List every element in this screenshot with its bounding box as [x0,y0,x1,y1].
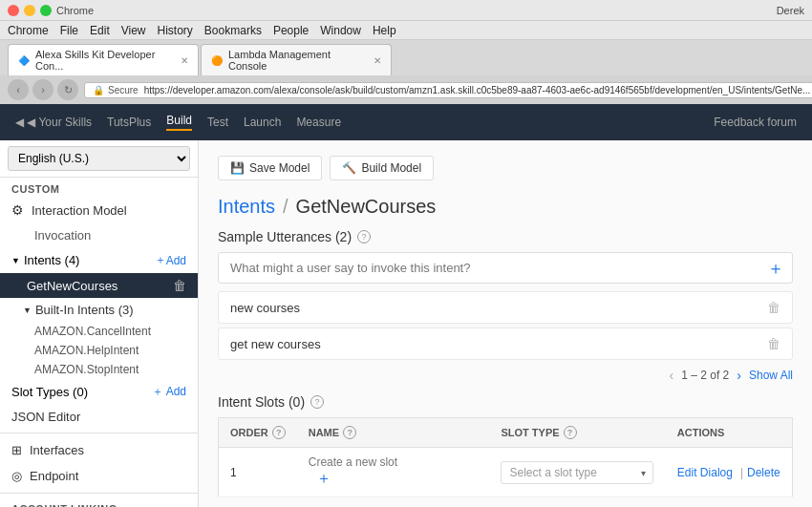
sidebar-item-get-new-courses[interactable]: GetNewCourses 🗑 [0,273,198,298]
intents-label: Intents (4) [24,253,80,267]
page-range: 1 – 2 of 2 [681,369,729,382]
account-linking-header: ACCOUNT LINKING [0,497,198,507]
slot-type-select[interactable]: Select a slot type [501,461,653,484]
menu-bookmarks[interactable]: Bookmarks [204,24,262,37]
lock-icon: 🔒 [93,85,104,95]
menu-file[interactable]: File [60,24,78,37]
custom-section-header: CUSTOM [0,178,198,197]
breadcrumb-intents-link[interactable]: Intents [218,196,275,218]
address-bar-row: ‹ › ↻ 🔒 Secure https://developer.amazon.… [0,75,812,104]
th-name: NAME ? [297,418,490,448]
feedback-forum-link[interactable]: Feedback forum [714,116,797,129]
menu-history[interactable]: History [158,24,193,37]
sidebar-item-built-in[interactable]: ▼ Built-In Intents (3) [0,298,198,322]
sidebar-item-interaction-model[interactable]: ⚙ Interaction Model [0,197,198,223]
menu-chrome[interactable]: Chrome [8,24,49,37]
table-row: 1 ＋ Select a slot type [219,448,793,497]
save-label: Save Model [249,161,310,175]
delete-intent-icon[interactable]: 🗑 [173,278,186,293]
app-name: Chrome [56,5,94,16]
sidebar-item-slot-types[interactable]: Slot Types (0) ＋ Add [0,379,198,405]
build-label: Build Model [361,161,421,175]
slot-name-input[interactable] [309,455,479,469]
tab-lambda[interactable]: 🟠 Lambda Management Console ✕ [201,44,392,75]
utterance-input-row: ＋ [218,252,793,284]
address-bar[interactable]: 🔒 Secure https://developer.amazon.com/al… [84,82,812,98]
slots-help-icon[interactable]: ? [310,395,324,409]
utterances-help-icon[interactable]: ? [357,230,371,243]
build-model-button[interactable]: 🔨 Build Model [330,156,434,180]
sidebar-item-cancel-intent[interactable]: AMAZON.CancelIntent [0,322,198,341]
delete-slot-button[interactable]: Delete [747,466,780,479]
menu-window[interactable]: Window [320,24,361,37]
add-slot-inline-button[interactable]: ＋ [316,470,331,486]
endpoint-label: Endpoint [30,469,78,483]
build-icon: 🔨 [342,161,356,175]
delete-utterance-2-button[interactable]: 🗑 [767,336,780,351]
menu-edit[interactable]: Edit [90,24,110,37]
forward-button[interactable]: › [32,79,53,100]
sidebar-item-interfaces[interactable]: ⊞ Interfaces [0,437,198,463]
name-help-icon[interactable]: ? [343,426,356,439]
menu-help[interactable]: Help [373,24,396,37]
tab-lambda-close[interactable]: ✕ [374,55,381,66]
sidebar-item-help-intent[interactable]: AMAZON.HelpIntent [0,341,198,360]
order-help-icon[interactable]: ? [272,426,286,439]
locale-selector[interactable]: English (U.S.) [8,146,190,171]
slots-table: ORDER ? NAME ? SLOT TYPE [218,417,793,497]
utterance-item-2: get new courses 🗑 [218,327,793,360]
nav-launch[interactable]: Launch [244,116,281,129]
sidebar-item-invocation[interactable]: Invocation [0,223,198,247]
save-model-button[interactable]: 💾 Save Model [218,156,322,180]
next-page-button[interactable]: › [737,368,741,383]
sidebar-item-endpoint[interactable]: ◎ Endpoint [0,463,198,489]
slot-order-cell: 1 [219,448,297,497]
save-icon: 💾 [230,161,245,175]
maximize-button[interactable] [40,5,52,16]
utterance-item-1: new courses 🗑 [218,291,793,324]
prev-page-button[interactable]: ‹ [670,368,674,383]
plus-icon: ＋ [155,252,166,268]
slot-name-cell: ＋ [297,448,490,497]
sidebar-item-json-editor[interactable]: JSON Editor [0,405,198,429]
sidebar-item-stop-intent[interactable]: AMAZON.StopIntent [0,360,198,379]
nav-tutsplus[interactable]: TutsPlus [107,116,151,129]
add-slot-type-button[interactable]: ＋ Add [152,384,186,400]
minimize-button[interactable] [24,5,35,16]
slot-actions-cell: Edit Dialog | Delete [666,448,793,497]
nav-measure[interactable]: Measure [296,116,341,129]
delete-utterance-1-button[interactable]: 🗑 [767,300,780,315]
add-intent-button[interactable]: ＋ Add [155,252,186,268]
tab-alexa[interactable]: 🔷 Alexa Skills Kit Developer Con... ✕ [8,44,199,75]
nav-your-skills[interactable]: ◀ ◀ Your Skills [15,116,92,129]
show-all-button[interactable]: Show All [749,369,793,382]
close-button[interactable] [8,5,19,16]
gear-icon: ⚙ [11,202,24,218]
slots-section: Intent Slots (0) ? ORDER ? [218,394,793,497]
page-header: Intents / GetNewCourses [218,196,793,218]
add-utterance-button[interactable]: ＋ [767,257,784,280]
pagination: ‹ 1 – 2 of 2 › Show All [218,368,793,383]
tab-lambda-label: Lambda Management Console [228,49,368,72]
actions-separator: | [740,466,743,479]
address-text: https://developer.amazon.com/alexa/conso… [144,85,811,95]
utterances-section-title: Sample Utterances (2) ? [218,229,793,244]
sidebar-item-intents[interactable]: ▼ Intents (4) ＋ Add [0,247,198,273]
user-name: Derek [777,5,804,16]
sidebar-divider [0,433,198,433]
tab-alexa-close[interactable]: ✕ [181,55,188,66]
menu-people[interactable]: People [273,24,309,37]
slot-type-help-icon[interactable]: ? [564,426,577,439]
slot-type-cell: Select a slot type [489,448,665,497]
add-intent-label: Add [166,254,186,267]
refresh-button[interactable]: ↻ [57,79,78,100]
nav-build[interactable]: Build [166,114,192,131]
sidebar-divider-2 [0,493,198,494]
menu-view[interactable]: View [121,24,146,37]
breadcrumb-separator: / [283,196,288,218]
title-bar: Chrome Derek [0,0,812,21]
edit-dialog-button[interactable]: Edit Dialog [677,466,733,479]
nav-test[interactable]: Test [207,116,228,129]
back-button[interactable]: ‹ [8,79,29,100]
utterance-input[interactable] [226,253,767,283]
